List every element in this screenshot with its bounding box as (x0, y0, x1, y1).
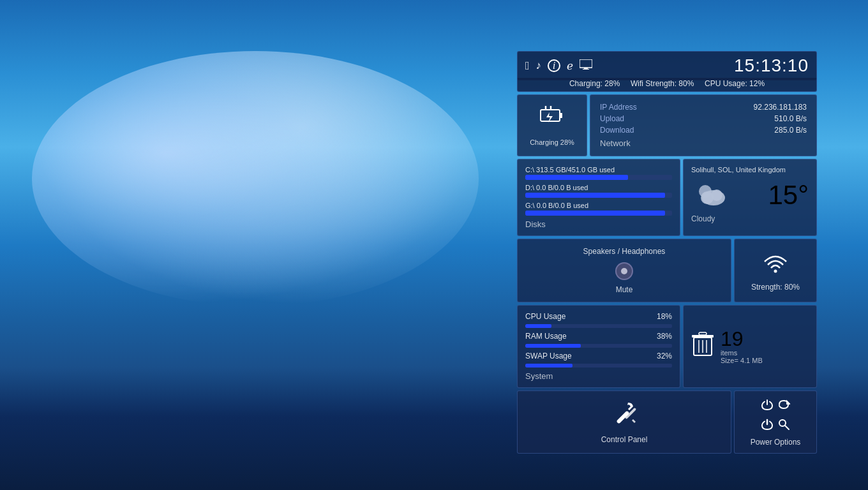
widget-panel:  ♪ i ℯ 15:13:10 Charging: 28% Wifi Stre… (517, 51, 817, 454)
recycle-bin-panel[interactable]: 19 items Size= 4.1 MB (683, 305, 817, 388)
rss-icon[interactable]:  (525, 59, 530, 73)
disk-d-fill (525, 193, 665, 198)
svg-rect-2 (583, 69, 589, 70)
row-control-power: Control Panel (517, 390, 817, 454)
cpu-status: CPU Usage: 12% (705, 79, 765, 88)
recycle-info: 19 items Size= 4.1 MB (721, 329, 809, 364)
top-bar-container:  ♪ i ℯ 15:13:10 Charging: 28% Wifi Stre… (517, 51, 817, 92)
wifi-status: Wifi Strength: 80% (631, 79, 694, 88)
control-panel-label: Control Panel (601, 435, 648, 444)
search-power-icon (777, 418, 790, 434)
monitor-icon[interactable] (580, 59, 592, 73)
ip-value: 92.236.181.183 (754, 103, 807, 112)
disk-g-fill (525, 211, 665, 216)
mute-dot (621, 268, 627, 274)
info-icon[interactable]: i (548, 59, 560, 72)
svg-rect-0 (580, 59, 592, 68)
power-options-label: Power Options (751, 438, 801, 447)
swap-row-label: SWAP Usage 32% (525, 352, 672, 360)
weather-location: Solihull, SOL, United Kingdom (691, 166, 809, 174)
svg-marker-21 (787, 401, 789, 404)
weather-panel: Solihull, SOL, United Kingdom 15° Cloudy (683, 159, 817, 236)
row-disks-weather: C:\ 313.5 GB/451.0 GB used D:\ 0.0 B/0.0… (517, 159, 817, 236)
swap-label: SWAP Usage (525, 352, 572, 360)
row-audio-wifi: Speakers / Headphones Mute Strength: 80% (517, 239, 817, 302)
disk-g: G:\ 0.0 B/0.0 B used (525, 202, 672, 216)
audio-title: Speakers / Headphones (583, 247, 666, 256)
cpu-label: CPU Usage (525, 312, 565, 321)
cpu-row-label: CPU Usage 18% (525, 312, 672, 321)
recycle-size: Size= 4.1 MB (721, 357, 809, 364)
weather-description: Cloudy (691, 214, 809, 223)
top-bar-icons:  ♪ i ℯ (525, 59, 592, 73)
status-bar: Charging: 28% Wifi Strength: 80% CPU Usa… (517, 78, 817, 92)
svg-point-10 (711, 189, 722, 201)
swap-bar (525, 364, 672, 368)
music-icon[interactable]: ♪ (536, 59, 542, 72)
ram-fill (525, 344, 581, 348)
ip-row: IP Address 92.236.181.183 (600, 103, 807, 112)
power-options-panel[interactable]: Power Options (734, 390, 817, 454)
cpu-value: 18% (657, 312, 672, 321)
download-label: Download (600, 126, 634, 135)
control-panel-widget[interactable]: Control Panel (517, 390, 731, 454)
disk-d: D:\ 0.0 B/0.0 B used (525, 184, 672, 198)
svg-point-11 (774, 269, 777, 272)
mute-label: Mute (616, 285, 633, 294)
disk-c-bar (525, 175, 672, 180)
charging-status: Charging: 28% (569, 79, 620, 88)
system-title: System (525, 371, 672, 381)
upload-label: Upload (600, 114, 624, 123)
wifi-strength-panel: Strength: 80% (734, 239, 817, 302)
disk-c-label: C:\ 313.5 GB/451.0 GB used (525, 166, 672, 174)
download-row: Download 285.0 B/s (600, 126, 807, 135)
svg-rect-1 (584, 68, 588, 69)
disk-g-label: G:\ 0.0 B/0.0 B used (525, 202, 672, 209)
swap-fill (525, 364, 572, 368)
swap-usage-row: SWAP Usage 32% (525, 352, 672, 368)
cloud-decoration (32, 51, 479, 306)
control-panel-icon (610, 400, 638, 431)
audio-panel: Speakers / Headphones Mute (517, 239, 731, 302)
ram-value: 38% (657, 332, 672, 341)
recycle-count: 19 (721, 329, 809, 349)
clock-display: 15:13:10 (734, 56, 809, 76)
recycle-bin-icon (691, 331, 714, 362)
network-title: Network (600, 138, 807, 148)
row-charging-network: Charging 28% IP Address 92.236.181.183 U… (517, 94, 817, 156)
ip-label: IP Address (600, 103, 637, 112)
weather-temperature: 15° (768, 180, 809, 211)
disk-g-bar (525, 211, 672, 216)
charging-label: Charging 28% (530, 138, 574, 146)
recycle-items-label: items (721, 349, 809, 357)
mute-button[interactable] (615, 262, 633, 280)
disk-d-label: D:\ 0.0 B/0.0 B used (525, 184, 672, 191)
disk-c-fill (525, 175, 628, 180)
power-on-icon (761, 398, 774, 414)
wifi-icon (761, 250, 789, 279)
wifi-strength-label: Strength: 80% (751, 283, 800, 292)
ie-icon[interactable]: ℯ (567, 59, 573, 73)
swap-value: 32% (657, 352, 672, 360)
restart-icon (777, 398, 790, 414)
download-value: 285.0 B/s (774, 126, 807, 135)
svg-rect-17 (699, 332, 707, 335)
ram-row-label: RAM Usage 38% (525, 332, 672, 341)
upload-row: Upload 510.0 B/s (600, 114, 807, 123)
network-panel: IP Address 92.236.181.183 Upload 510.0 B… (590, 94, 817, 156)
shutdown-icon (761, 418, 774, 434)
weather-main: 15° (691, 179, 809, 212)
svg-rect-4 (560, 113, 562, 118)
ram-bar (525, 344, 672, 348)
charging-panel: Charging 28% (517, 94, 587, 156)
row-system-recycle: CPU Usage 18% RAM Usage 38% SWAP Usage (517, 305, 817, 388)
system-panel: CPU Usage 18% RAM Usage 38% SWAP Usage (517, 305, 680, 388)
cpu-bar (525, 324, 672, 328)
ram-label: RAM Usage (525, 332, 567, 341)
top-bar:  ♪ i ℯ 15:13:10 (517, 51, 817, 80)
disks-title: Disks (525, 219, 672, 229)
svg-line-23 (785, 426, 789, 429)
charging-icon (539, 105, 565, 135)
power-icons-grid (761, 398, 790, 434)
upload-value: 510.0 B/s (774, 114, 807, 123)
